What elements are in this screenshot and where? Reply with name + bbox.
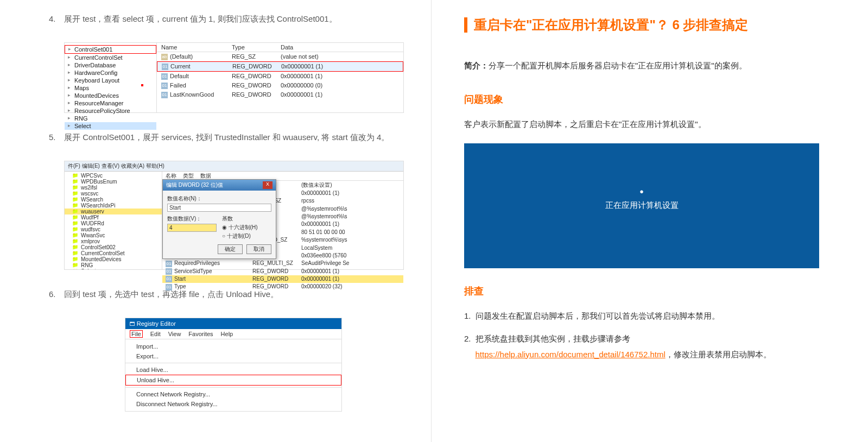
value-name-field[interactable]: Start — [167, 204, 271, 212]
file-menu-item[interactable]: Connect Network Registry... — [125, 389, 341, 399]
tree-item[interactable]: WSearch — [65, 197, 162, 203]
registry-value-row[interactable]: 01LastKnownGoodREG_DWORD0x00000001 (1) — [157, 90, 403, 99]
troubleshoot-step-2: 2. 把系统盘挂载到其他实例，挂载步骤请参考 https://help.aliy… — [464, 331, 819, 362]
registry-values: Name Type Data ab(Default)REG_SZ(value n… — [157, 43, 403, 112]
menu-item[interactable]: Edit — [150, 331, 161, 337]
registry-tree: ControlSet001CurrentControlSetDriverData… — [65, 43, 157, 112]
step-5: 5. 展开 ControlSet001，展开 services, 找到 Trus… — [49, 129, 404, 146]
registry-value-row[interactable]: 01RequiredPrivilegesREG_MULTI_SZSeAuditP… — [162, 260, 403, 267]
tree-item[interactable]: Select — [65, 268, 162, 269]
title-accent-bar — [464, 17, 467, 33]
tree-item[interactable]: WwanSvc — [65, 232, 162, 238]
tree-item[interactable]: ControlSet002 — [65, 244, 162, 250]
tree-item[interactable]: MountedDevices — [65, 256, 162, 262]
registry-value-row[interactable]: 01TypeREG_DWORD0x00000020 (32) — [162, 283, 403, 291]
file-menu-item[interactable]: Export... — [125, 351, 341, 361]
tree-item[interactable]: WPDBusEnum — [65, 179, 162, 185]
window-title: Registry Editor — [125, 318, 341, 329]
registry-value-row[interactable]: 01StartREG_DWORD0x00000001 (1) — [162, 275, 403, 283]
tree-item[interactable]: WudfPf — [65, 214, 162, 220]
step-4: 4. 展开 test，查看 select 项，current 值为 1, 则我们… — [49, 11, 404, 27]
file-menu-item[interactable]: Load Hive... — [125, 365, 341, 375]
menu-item[interactable]: File — [130, 330, 143, 338]
tree-item[interactable]: ws2ifsl — [65, 185, 162, 191]
ok-button[interactable]: 确定 — [218, 244, 243, 254]
dialog-title: 编辑 DWORD (32 位)值 — [166, 181, 223, 189]
services-tree: WPCSvcWPDBusEnumws2ifslwscsvcWSearchWSea… — [65, 172, 162, 269]
section-symptom: 问题现象 — [464, 93, 819, 106]
registry-value-row[interactable]: ab(Default)REG_SZ(value not set) — [157, 52, 403, 61]
help-link[interactable]: https://help.aliyun.com/document_detail/… — [476, 350, 666, 359]
tree-item[interactable]: wudfsvc — [65, 226, 162, 232]
article-title: 重启卡在"正在应用计算机设置"？ 6 步排查搞定 — [464, 16, 819, 34]
registry-value-row[interactable]: 01ServiceSidTypeREG_DWORD0x00000001 (1) — [162, 268, 403, 275]
screenshot-registry-edit: 件(F) 编辑(E) 查看(V) 收藏夹(A) 帮助(H) WPCSvcWPDB… — [64, 161, 404, 270]
tree-item[interactable]: wuauserv — [65, 209, 162, 214]
close-icon[interactable]: X — [263, 181, 273, 189]
tree-item[interactable]: WSearchIdxPi — [65, 203, 162, 209]
file-menu-item[interactable]: Unload Hive... — [125, 375, 341, 386]
menu-item[interactable]: Help — [221, 331, 233, 337]
file-menu-item[interactable]: Import... — [125, 342, 341, 351]
tree-item[interactable]: Maps — [65, 84, 156, 92]
tree-item[interactable]: wscsvc — [65, 191, 162, 197]
registry-value-row[interactable]: 01FailedREG_DWORD0x00000000 (0) — [157, 81, 403, 90]
cancel-button[interactable]: 取消 — [246, 244, 271, 254]
radio-dec[interactable]: ○ 十进制(D) — [222, 232, 271, 240]
menu-item[interactable]: View — [168, 331, 181, 337]
tree-item[interactable]: WUDFRd — [65, 220, 162, 226]
registry-value-row[interactable]: 01DefaultREG_DWORD0x00000001 (1) — [157, 72, 403, 81]
tree-item[interactable]: MountedDevices — [65, 92, 156, 99]
right-column: 重启卡在"正在应用计算机设置"？ 6 步排查搞定 简介：分享一个配置开机脚本后服… — [432, 0, 868, 442]
registry-value-row[interactable]: 01CurrentREG_DWORD0x00000001 (1) — [157, 61, 403, 72]
screenshot-registry-select: ControlSet001CurrentControlSetDriverData… — [64, 42, 404, 113]
regedit-menubar: 件(F) 编辑(E) 查看(V) 收藏夹(A) 帮助(H) — [65, 161, 403, 172]
article-intro: 简介：分享一个配置开机脚本后服务器启动卡在"正在应用计算机设置"的案例。 — [464, 61, 819, 71]
section-troubleshoot: 排查 — [464, 285, 819, 298]
tree-item[interactable]: RNG — [65, 115, 156, 122]
tree-item[interactable]: ResourceManager — [65, 99, 156, 107]
tree-item[interactable]: CurrentControlSet — [65, 250, 162, 256]
tree-item[interactable]: CurrentControlSet — [65, 54, 156, 61]
tree-item[interactable]: ControlSet001 — [65, 45, 156, 54]
file-menu-item[interactable]: Disconnect Network Registry... — [125, 399, 341, 409]
tree-item[interactable]: RNG — [65, 262, 162, 268]
left-column: 4. 展开 test，查看 select 项，current 值为 1, 则我们… — [0, 0, 432, 442]
troubleshoot-step-1: 1. 问题发生在配置启动脚本后，那我们可以首先尝试将启动脚本禁用。 — [464, 308, 819, 324]
tree-item[interactable]: WPCSvc — [65, 173, 162, 179]
tree-item[interactable]: HardwareConfig — [65, 69, 156, 77]
tree-item[interactable]: Select — [65, 122, 156, 130]
screenshot-unload-hive: Registry Editor FileEditViewFavoritesHel… — [125, 318, 342, 412]
tree-item[interactable]: xmlprov — [65, 238, 162, 244]
value-data-field[interactable]: 4 — [167, 224, 217, 232]
edit-dword-dialog: 编辑 DWORD (32 位)值 X 数值名称(N)： Start 数值数据(V… — [162, 179, 276, 259]
menu-bar: FileEditViewFavoritesHelp — [125, 329, 341, 339]
file-menu: Import...Export...Load Hive...Unload Hiv… — [125, 339, 341, 411]
radio-hex[interactable]: ◉ 十六进制(H) — [222, 224, 271, 231]
symptom-text: 客户表示新配置了启动脚本，之后重启卡在"正在应用计算机设置"。 — [464, 117, 819, 132]
menu-item[interactable]: Favorites — [188, 331, 213, 337]
tree-item[interactable]: ResourcePolicyStore — [65, 107, 156, 115]
screenshot-windows-boot: 正在应用计算机设置 — [464, 143, 819, 268]
tree-item[interactable]: DriverDatabase — [65, 61, 156, 69]
tree-item[interactable]: Keyboard Layout — [65, 77, 156, 84]
